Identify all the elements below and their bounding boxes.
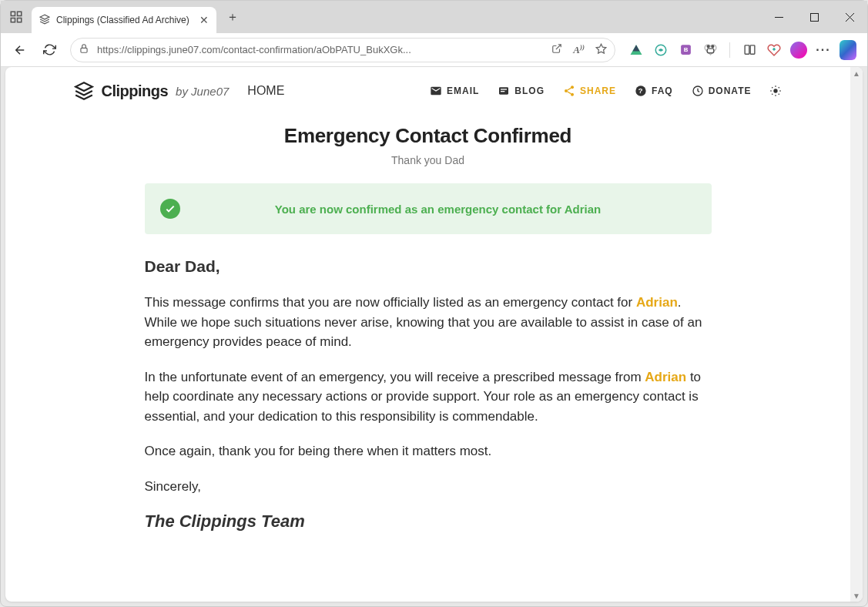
- extension-icon-2[interactable]: B: [677, 42, 694, 59]
- donate-icon: [692, 85, 704, 97]
- svg-line-30: [779, 94, 779, 95]
- close-window-button[interactable]: [832, 1, 867, 33]
- nav-donate-label: DONATE: [709, 86, 752, 96]
- share-icon: [563, 85, 575, 97]
- svg-rect-18: [501, 89, 507, 89]
- svg-text:B: B: [683, 46, 688, 53]
- check-icon: [160, 199, 180, 219]
- paragraph-4: Sincerely,: [145, 477, 712, 497]
- collections-icon[interactable]: [766, 42, 783, 59]
- maximize-button[interactable]: [796, 1, 832, 33]
- scrollbar[interactable]: ▲ ▼: [850, 67, 863, 602]
- nav-share[interactable]: SHARE: [563, 85, 616, 97]
- browser-toolbar: https://clippings.june07.com/contact-con…: [1, 33, 867, 67]
- nav-faq[interactable]: ? FAQ: [635, 85, 673, 97]
- copilot-icon[interactable]: [840, 42, 856, 59]
- paragraph-1: This message confirms that you are now o…: [145, 293, 712, 352]
- tab-favicon: [39, 14, 50, 27]
- scroll-down-icon[interactable]: ▼: [850, 589, 863, 602]
- p2-name: Adrian: [645, 370, 686, 384]
- svg-line-33: [772, 94, 773, 95]
- blog-icon: [498, 85, 510, 97]
- vue-devtools-icon[interactable]: [628, 42, 645, 59]
- new-tab-button[interactable]: ＋: [221, 5, 244, 29]
- nav-email[interactable]: EMAIL: [430, 85, 479, 97]
- tab-close-icon[interactable]: ✕: [199, 14, 209, 26]
- svg-point-21: [565, 89, 568, 92]
- svg-point-22: [571, 93, 574, 96]
- profile-avatar[interactable]: [790, 42, 807, 59]
- faq-icon: ?: [635, 85, 647, 97]
- favorite-icon[interactable]: [595, 43, 607, 57]
- svg-rect-8: [81, 48, 87, 52]
- svg-point-12: [707, 45, 709, 48]
- greeting: Dear Dad,: [145, 257, 712, 276]
- tab-title: Clippings (Classified Ad Archive): [56, 15, 189, 25]
- alert-text: You are now confirmed as an emergency co…: [180, 203, 696, 216]
- p1-a: This message confirms that you are now o…: [145, 295, 636, 310]
- svg-text:?: ?: [638, 87, 643, 95]
- nav-donate[interactable]: DONATE: [692, 85, 752, 97]
- svg-rect-1: [18, 12, 22, 15]
- page-title: Emergency Contact Confirmed: [145, 124, 712, 148]
- svg-rect-19: [501, 91, 504, 92]
- logo-text: Clippings: [102, 82, 169, 100]
- logo-icon: [74, 81, 94, 101]
- more-menu-icon[interactable]: ···: [815, 42, 832, 59]
- svg-rect-5: [810, 13, 818, 21]
- lock-icon: [79, 43, 89, 56]
- nav-faq-label: FAQ: [652, 86, 673, 96]
- paragraph-3: Once again, thank you for being there wh…: [145, 441, 712, 461]
- logo-subtitle: by June07: [176, 85, 229, 98]
- signature: The Clippings Team: [145, 511, 712, 532]
- p2-a: In the unfortunate event of an emergency…: [145, 370, 645, 384]
- theme-toggle[interactable]: [769, 85, 782, 97]
- open-link-icon[interactable]: [551, 43, 562, 56]
- app-menu-icon[interactable]: [1, 1, 32, 33]
- p1-name: Adrian: [636, 295, 678, 310]
- nav-share-label: SHARE: [580, 86, 616, 96]
- sun-icon: [769, 85, 782, 97]
- page-subtitle: Thank you Dad: [145, 154, 712, 166]
- nav-blog[interactable]: BLOG: [498, 85, 545, 97]
- alert-prefix: You are now confirmed as an emergency co…: [275, 203, 565, 216]
- email-icon: [430, 85, 442, 97]
- nav-email-label: EMAIL: [447, 86, 479, 96]
- read-aloud-icon[interactable]: A)): [573, 43, 585, 56]
- address-bar[interactable]: https://clippings.june07.com/contact-con…: [70, 38, 615, 62]
- svg-rect-3: [18, 18, 22, 22]
- extensions-menu-icon[interactable]: [702, 42, 719, 59]
- separator: [729, 42, 730, 58]
- nav-home[interactable]: HOME: [243, 84, 284, 98]
- refresh-button[interactable]: [36, 37, 62, 63]
- svg-line-29: [772, 87, 773, 88]
- confirmation-alert: You are now confirmed as an emergency co…: [145, 183, 712, 234]
- svg-rect-16: [750, 45, 755, 54]
- site-header: Clippings by June07 HOME EMAIL: [35, 67, 821, 109]
- titlebar: Clippings (Classified Ad Archive) ✕ ＋: [1, 1, 867, 33]
- url-text: https://clippings.june07.com/contact-con…: [97, 44, 544, 55]
- svg-point-13: [711, 45, 713, 48]
- split-screen-icon[interactable]: [741, 42, 758, 59]
- browser-tab[interactable]: Clippings (Classified Ad Archive) ✕: [32, 7, 216, 33]
- back-button[interactable]: [7, 37, 33, 63]
- site-logo[interactable]: Clippings by June07: [74, 81, 230, 101]
- svg-point-26: [774, 89, 778, 92]
- scroll-up-icon[interactable]: ▲: [850, 67, 863, 79]
- nav-home-label: HOME: [247, 84, 284, 98]
- nav-blog-label: BLOG: [514, 86, 545, 96]
- svg-point-20: [571, 86, 574, 89]
- svg-rect-15: [745, 45, 749, 54]
- svg-rect-2: [11, 18, 15, 22]
- alert-name: Adrian: [565, 203, 602, 216]
- svg-line-34: [779, 87, 779, 88]
- minimize-button[interactable]: [761, 1, 796, 33]
- extension-icon-1[interactable]: [652, 42, 669, 59]
- svg-rect-0: [11, 12, 15, 15]
- paragraph-2: In the unfortunate event of an emergency…: [145, 367, 712, 427]
